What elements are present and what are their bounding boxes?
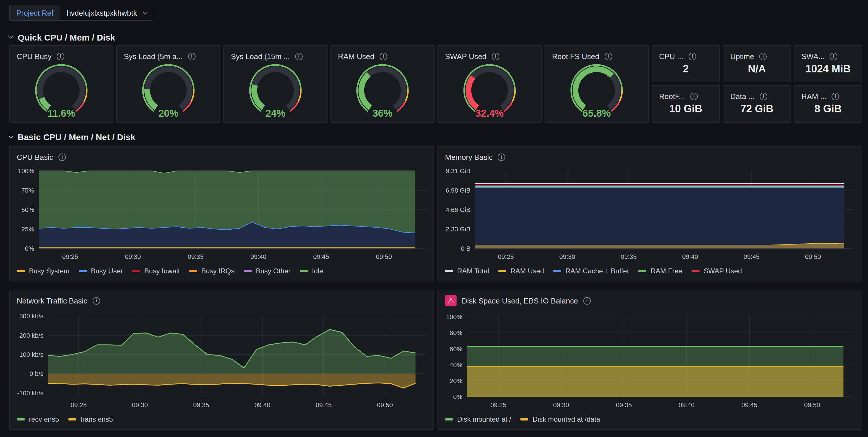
panel-title[interactable]: Disk Space Used, EBS IO Balance [462, 296, 578, 305]
y-tick-label: 60% [450, 346, 462, 353]
panel-title[interactable]: Network Traffic Basic [17, 296, 87, 305]
panel-title[interactable]: CPU Basic [17, 153, 53, 161]
legend-item[interactable]: Busy Iowait [132, 267, 180, 275]
gauge-root-fs-used: 65.8% [548, 62, 646, 121]
panel-title[interactable]: Data ... [730, 92, 754, 100]
x-tick-label: 09:40 [254, 401, 270, 409]
stat-value: 10 GiB [652, 99, 719, 119]
alert-icon[interactable]: ⚠ [445, 295, 457, 307]
cpu-basic-chart: 09:2509:3009:3509:4009:4509:50100%75%50%… [13, 166, 429, 262]
panel-sys-load-15m: Sys Load (15m ...i 24% [223, 45, 328, 123]
legend-item[interactable]: recv ens5 [17, 415, 59, 424]
y-tick-label: 20% [450, 377, 462, 385]
x-tick-label: 09:45 [313, 253, 329, 260]
panel-title[interactable]: SWAP Used [445, 52, 486, 60]
chevron-down-icon [142, 9, 147, 14]
panel-cpu-basic: CPU Basici 09:2509:3009:3509:4009:4509:5… [9, 146, 434, 282]
legend-item[interactable]: RAM Total [445, 267, 489, 275]
x-tick-label: 09:30 [559, 253, 575, 260]
info-icon[interactable]: i [188, 52, 195, 60]
info-icon[interactable]: i [58, 153, 66, 161]
panel-title[interactable]: SWA... [802, 52, 825, 60]
legend-label: Disk mounted at / [457, 415, 511, 424]
legend-item[interactable]: SWAP Used [691, 267, 742, 275]
variable-dropdown[interactable]: hvdelujxlxstpxkhwbtk [60, 5, 153, 21]
panel-title[interactable]: Sys Load (5m a... [124, 52, 183, 60]
y-tick-label: 9.31 GiB [445, 167, 470, 175]
info-icon[interactable]: i [690, 92, 698, 100]
legend-label: Disk mounted at /data [533, 415, 600, 424]
x-tick-label: 09:50 [376, 253, 392, 260]
y-tick-label: -100 kb/s [18, 389, 44, 397]
legend-label: Busy Other [256, 267, 290, 275]
info-icon[interactable]: i [830, 52, 837, 60]
section-header-quick[interactable]: Quick CPU / Mem / Disk [9, 31, 115, 43]
legend-item[interactable]: RAM Cache + Buffer [553, 267, 629, 275]
legend-item[interactable]: Busy User [79, 267, 123, 275]
legend-item[interactable]: Busy Other [244, 267, 290, 275]
info-icon[interactable]: i [604, 52, 612, 60]
panel-title[interactable]: CPU ... [659, 52, 683, 60]
y-tick-label: 40% [450, 361, 462, 369]
info-icon[interactable]: i [57, 52, 64, 60]
chart-svg: 09:2509:3009:3509:4009:4509:50100%75%50%… [13, 166, 429, 262]
legend-item[interactable]: RAM Used [498, 267, 544, 275]
legend-item[interactable]: Idle [300, 267, 323, 275]
info-icon[interactable]: i [759, 52, 767, 60]
stat-value: N/A [723, 60, 790, 78]
info-icon[interactable]: i [380, 52, 387, 60]
panel-title[interactable]: RootF... [659, 92, 685, 100]
panel-title[interactable]: Sys Load (15m ... [231, 52, 290, 60]
y-tick-label: 2.33 GiB [445, 226, 470, 233]
y-tick-label: 25% [22, 226, 34, 233]
legend-marker [639, 270, 647, 272]
panel-title[interactable]: RAM Used [338, 52, 374, 60]
legend-marker [691, 270, 700, 272]
legend-item[interactable]: Busy System [17, 267, 69, 275]
legend-marker [445, 418, 453, 420]
gauge-svg: 36% [333, 62, 432, 121]
panel-title[interactable]: CPU Busy [17, 52, 52, 60]
panel-title[interactable]: Root FS Used [552, 52, 599, 60]
gauge-svg: 32.4% [440, 62, 539, 121]
info-icon[interactable]: i [832, 92, 839, 100]
panel-title[interactable]: Uptime [730, 52, 754, 60]
info-icon[interactable]: i [295, 52, 303, 60]
info-icon[interactable]: i [760, 92, 767, 100]
gauge-value: 20% [158, 108, 178, 119]
legend-item[interactable]: RAM Free [639, 267, 682, 275]
legend-item[interactable]: Busy IRQs [189, 267, 235, 275]
section-header-basic[interactable]: Basic CPU / Mem / Net / Disk [9, 130, 135, 143]
disk-space-chart: 09:2509:3009:3509:4009:4509:50100%80%60%… [441, 310, 857, 411]
info-icon[interactable]: i [492, 52, 499, 60]
gauge-svg: 20% [119, 62, 218, 121]
info-icon[interactable]: i [498, 153, 505, 161]
panel-title[interactable]: Memory Basic [445, 153, 493, 161]
x-tick-label: 09:50 [805, 253, 821, 260]
legend-marker [498, 270, 506, 272]
y-tick-label: 0% [453, 393, 462, 401]
x-tick-label: 09:35 [616, 401, 632, 409]
panel-ram-used: RAM Usedi 36% [331, 45, 435, 123]
legend-item[interactable]: trans ens5 [68, 415, 113, 424]
stat-value: 1024 MiB [795, 60, 862, 78]
panel-title[interactable]: RAM ... [802, 92, 827, 100]
panel-swap-used: SWAP Usedi 32.4% [437, 45, 541, 123]
gauge-value: 65.8% [582, 108, 611, 119]
info-icon[interactable]: i [583, 297, 591, 304]
panel-stat-uptime: Uptimei N/A [723, 45, 791, 82]
legend-item[interactable]: Disk mounted at /data [521, 415, 600, 424]
legend-item[interactable]: Disk mounted at / [445, 415, 511, 424]
y-tick-label: 0 B [461, 245, 470, 252]
chevron-down-icon [9, 134, 13, 138]
stat-value: 2 [652, 60, 719, 78]
info-icon[interactable]: i [689, 52, 696, 60]
x-tick-label: 09:40 [251, 253, 267, 260]
topbar: Project Ref hvdelujxlxstpxkhwbtk [0, 0, 868, 26]
legend-label: Busy IRQs [202, 267, 235, 275]
info-icon[interactable]: i [93, 297, 100, 304]
panel-memory-basic: Memory Basici 09:2509:3009:3509:4009:450… [437, 146, 862, 282]
chart-svg: 09:2509:3009:3509:4009:4509:509.31 GiB6.… [441, 166, 857, 262]
warning-triangle-icon: ⚠ [447, 297, 454, 304]
y-tick-label: 6.98 GiB [445, 187, 470, 194]
